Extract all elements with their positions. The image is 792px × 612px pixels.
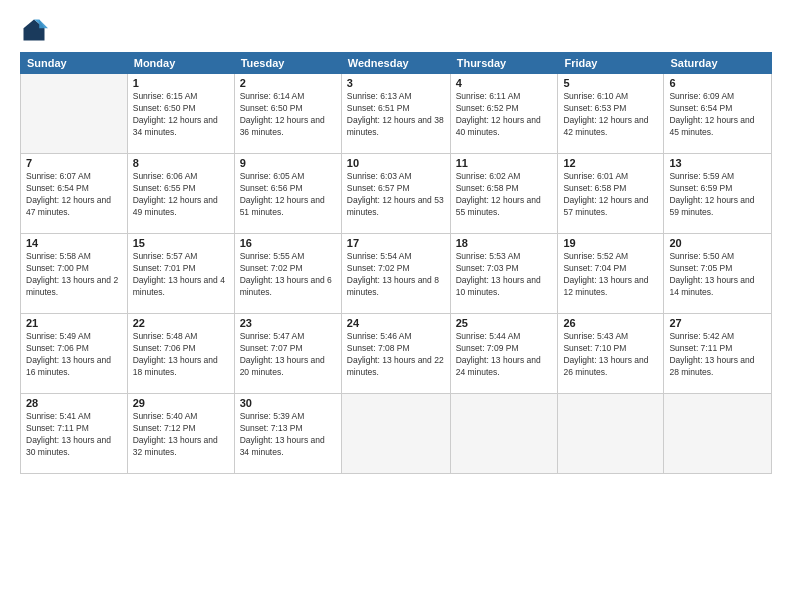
day-number: 6: [669, 77, 766, 89]
day-cell: 8Sunrise: 6:06 AMSunset: 6:55 PMDaylight…: [127, 154, 234, 234]
col-header-tuesday: Tuesday: [234, 53, 341, 74]
week-row-1: 1Sunrise: 6:15 AMSunset: 6:50 PMDaylight…: [21, 74, 772, 154]
day-number: 19: [563, 237, 658, 249]
day-number: 1: [133, 77, 229, 89]
day-info: Sunrise: 5:54 AMSunset: 7:02 PMDaylight:…: [347, 251, 445, 299]
col-header-friday: Friday: [558, 53, 664, 74]
day-number: 10: [347, 157, 445, 169]
day-number: 28: [26, 397, 122, 409]
day-number: 5: [563, 77, 658, 89]
day-number: 15: [133, 237, 229, 249]
day-cell: [558, 394, 664, 474]
day-cell: 10Sunrise: 6:03 AMSunset: 6:57 PMDayligh…: [341, 154, 450, 234]
day-number: 23: [240, 317, 336, 329]
day-info: Sunrise: 5:46 AMSunset: 7:08 PMDaylight:…: [347, 331, 445, 379]
day-cell: 27Sunrise: 5:42 AMSunset: 7:11 PMDayligh…: [664, 314, 772, 394]
day-info: Sunrise: 6:10 AMSunset: 6:53 PMDaylight:…: [563, 91, 658, 139]
day-info: Sunrise: 6:13 AMSunset: 6:51 PMDaylight:…: [347, 91, 445, 139]
calendar-table: SundayMondayTuesdayWednesdayThursdayFrid…: [20, 52, 772, 474]
col-header-saturday: Saturday: [664, 53, 772, 74]
day-info: Sunrise: 6:11 AMSunset: 6:52 PMDaylight:…: [456, 91, 553, 139]
day-number: 21: [26, 317, 122, 329]
day-cell: 22Sunrise: 5:48 AMSunset: 7:06 PMDayligh…: [127, 314, 234, 394]
day-info: Sunrise: 5:59 AMSunset: 6:59 PMDaylight:…: [669, 171, 766, 219]
week-row-5: 28Sunrise: 5:41 AMSunset: 7:11 PMDayligh…: [21, 394, 772, 474]
day-info: Sunrise: 5:49 AMSunset: 7:06 PMDaylight:…: [26, 331, 122, 379]
day-number: 12: [563, 157, 658, 169]
day-number: 11: [456, 157, 553, 169]
day-info: Sunrise: 6:03 AMSunset: 6:57 PMDaylight:…: [347, 171, 445, 219]
day-number: 27: [669, 317, 766, 329]
day-cell: [21, 74, 128, 154]
col-header-wednesday: Wednesday: [341, 53, 450, 74]
day-cell: [664, 394, 772, 474]
day-number: 26: [563, 317, 658, 329]
day-number: 29: [133, 397, 229, 409]
day-info: Sunrise: 5:48 AMSunset: 7:06 PMDaylight:…: [133, 331, 229, 379]
day-info: Sunrise: 5:47 AMSunset: 7:07 PMDaylight:…: [240, 331, 336, 379]
day-cell: 13Sunrise: 5:59 AMSunset: 6:59 PMDayligh…: [664, 154, 772, 234]
day-info: Sunrise: 6:09 AMSunset: 6:54 PMDaylight:…: [669, 91, 766, 139]
day-info: Sunrise: 5:50 AMSunset: 7:05 PMDaylight:…: [669, 251, 766, 299]
day-info: Sunrise: 5:52 AMSunset: 7:04 PMDaylight:…: [563, 251, 658, 299]
day-info: Sunrise: 6:14 AMSunset: 6:50 PMDaylight:…: [240, 91, 336, 139]
day-cell: 30Sunrise: 5:39 AMSunset: 7:13 PMDayligh…: [234, 394, 341, 474]
day-cell: 5Sunrise: 6:10 AMSunset: 6:53 PMDaylight…: [558, 74, 664, 154]
day-number: 7: [26, 157, 122, 169]
day-cell: 6Sunrise: 6:09 AMSunset: 6:54 PMDaylight…: [664, 74, 772, 154]
day-info: Sunrise: 5:55 AMSunset: 7:02 PMDaylight:…: [240, 251, 336, 299]
day-cell: 16Sunrise: 5:55 AMSunset: 7:02 PMDayligh…: [234, 234, 341, 314]
day-number: 20: [669, 237, 766, 249]
day-info: Sunrise: 6:01 AMSunset: 6:58 PMDaylight:…: [563, 171, 658, 219]
day-cell: 24Sunrise: 5:46 AMSunset: 7:08 PMDayligh…: [341, 314, 450, 394]
day-cell: 12Sunrise: 6:01 AMSunset: 6:58 PMDayligh…: [558, 154, 664, 234]
day-number: 8: [133, 157, 229, 169]
week-row-2: 7Sunrise: 6:07 AMSunset: 6:54 PMDaylight…: [21, 154, 772, 234]
logo-icon: [20, 16, 48, 44]
day-cell: 4Sunrise: 6:11 AMSunset: 6:52 PMDaylight…: [450, 74, 558, 154]
header-row: SundayMondayTuesdayWednesdayThursdayFrid…: [21, 53, 772, 74]
day-info: Sunrise: 6:07 AMSunset: 6:54 PMDaylight:…: [26, 171, 122, 219]
day-number: 4: [456, 77, 553, 89]
day-number: 30: [240, 397, 336, 409]
day-info: Sunrise: 5:42 AMSunset: 7:11 PMDaylight:…: [669, 331, 766, 379]
header: [20, 16, 772, 44]
day-cell: 18Sunrise: 5:53 AMSunset: 7:03 PMDayligh…: [450, 234, 558, 314]
day-cell: 1Sunrise: 6:15 AMSunset: 6:50 PMDaylight…: [127, 74, 234, 154]
day-cell: 3Sunrise: 6:13 AMSunset: 6:51 PMDaylight…: [341, 74, 450, 154]
day-info: Sunrise: 5:57 AMSunset: 7:01 PMDaylight:…: [133, 251, 229, 299]
day-cell: 7Sunrise: 6:07 AMSunset: 6:54 PMDaylight…: [21, 154, 128, 234]
day-info: Sunrise: 6:02 AMSunset: 6:58 PMDaylight:…: [456, 171, 553, 219]
day-info: Sunrise: 5:58 AMSunset: 7:00 PMDaylight:…: [26, 251, 122, 299]
day-info: Sunrise: 6:05 AMSunset: 6:56 PMDaylight:…: [240, 171, 336, 219]
day-cell: 29Sunrise: 5:40 AMSunset: 7:12 PMDayligh…: [127, 394, 234, 474]
day-number: 24: [347, 317, 445, 329]
day-cell: 21Sunrise: 5:49 AMSunset: 7:06 PMDayligh…: [21, 314, 128, 394]
day-number: 16: [240, 237, 336, 249]
day-cell: 19Sunrise: 5:52 AMSunset: 7:04 PMDayligh…: [558, 234, 664, 314]
day-info: Sunrise: 5:40 AMSunset: 7:12 PMDaylight:…: [133, 411, 229, 459]
day-number: 9: [240, 157, 336, 169]
day-cell: 26Sunrise: 5:43 AMSunset: 7:10 PMDayligh…: [558, 314, 664, 394]
week-row-4: 21Sunrise: 5:49 AMSunset: 7:06 PMDayligh…: [21, 314, 772, 394]
day-cell: 15Sunrise: 5:57 AMSunset: 7:01 PMDayligh…: [127, 234, 234, 314]
col-header-monday: Monday: [127, 53, 234, 74]
day-info: Sunrise: 6:06 AMSunset: 6:55 PMDaylight:…: [133, 171, 229, 219]
day-info: Sunrise: 5:44 AMSunset: 7:09 PMDaylight:…: [456, 331, 553, 379]
day-info: Sunrise: 6:15 AMSunset: 6:50 PMDaylight:…: [133, 91, 229, 139]
day-info: Sunrise: 5:43 AMSunset: 7:10 PMDaylight:…: [563, 331, 658, 379]
day-number: 18: [456, 237, 553, 249]
day-number: 25: [456, 317, 553, 329]
day-cell: 2Sunrise: 6:14 AMSunset: 6:50 PMDaylight…: [234, 74, 341, 154]
day-cell: 9Sunrise: 6:05 AMSunset: 6:56 PMDaylight…: [234, 154, 341, 234]
day-cell: [341, 394, 450, 474]
day-number: 13: [669, 157, 766, 169]
day-cell: 20Sunrise: 5:50 AMSunset: 7:05 PMDayligh…: [664, 234, 772, 314]
col-header-sunday: Sunday: [21, 53, 128, 74]
day-number: 2: [240, 77, 336, 89]
day-number: 17: [347, 237, 445, 249]
day-number: 3: [347, 77, 445, 89]
col-header-thursday: Thursday: [450, 53, 558, 74]
day-number: 14: [26, 237, 122, 249]
day-number: 22: [133, 317, 229, 329]
